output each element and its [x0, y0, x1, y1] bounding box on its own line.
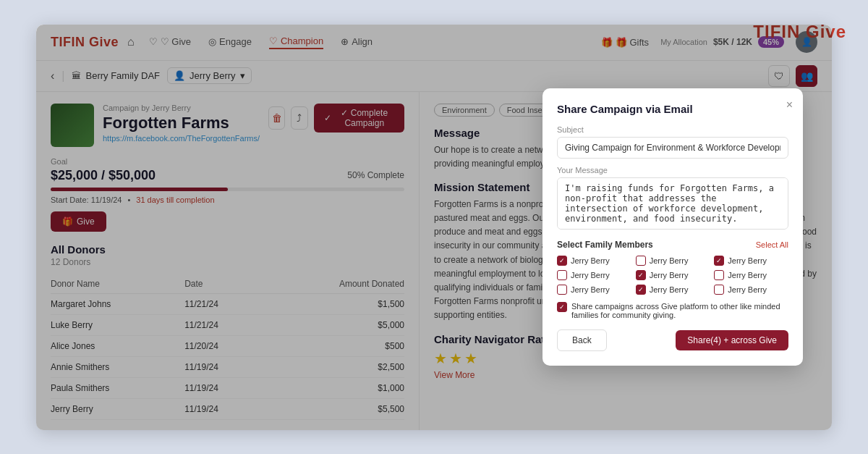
modal-footer: Back Share(4) + across Give [557, 329, 788, 351]
app-container: TIFIN Give ⌂ ♡ ♡ Give ◎ Engage ♡ Champio… [36, 25, 832, 430]
message-textarea[interactable] [557, 177, 788, 230]
member-name: Jerry Berry [650, 256, 689, 265]
member-name: Jerry Berry [571, 256, 610, 265]
member-item: Jerry Berry [557, 270, 631, 280]
member-item: Jerry Berry [557, 285, 631, 295]
member-item: Jerry Berry [636, 256, 710, 266]
member-item: ✓Jerry Berry [557, 256, 631, 266]
member-checkbox[interactable] [557, 285, 567, 295]
subject-label: Subject [557, 125, 788, 134]
member-checkbox[interactable]: ✓ [636, 270, 646, 280]
member-checkbox[interactable] [557, 270, 567, 280]
member-checkbox[interactable] [714, 285, 724, 295]
platform-checkbox[interactable]: ✓ [557, 302, 567, 312]
member-checkbox[interactable]: ✓ [636, 285, 646, 295]
member-checkbox[interactable] [714, 270, 724, 280]
modal-title: Share Campaign via Email [557, 103, 788, 115]
modal-close-button[interactable]: × [786, 98, 793, 112]
members-grid: ✓Jerry BerryJerry Berry✓Jerry BerryJerry… [557, 256, 788, 295]
member-name: Jerry Berry [650, 285, 689, 294]
member-name: Jerry Berry [728, 271, 767, 279]
platform-share-label: Share campaigns across Give platform to … [571, 302, 788, 319]
member-item: ✓Jerry Berry [636, 270, 710, 280]
select-all-link[interactable]: Select All [756, 240, 788, 249]
member-name: Jerry Berry [571, 271, 610, 279]
family-header: Select Family Members Select All [557, 240, 788, 250]
member-name: Jerry Berry [650, 271, 689, 279]
modal-back-button[interactable]: Back [557, 329, 607, 351]
message-label: Your Message [557, 166, 788, 175]
member-checkbox[interactable]: ✓ [714, 256, 724, 266]
member-item: Jerry Berry [714, 270, 788, 280]
member-item: ✓Jerry Berry [636, 285, 710, 295]
member-name: Jerry Berry [728, 285, 767, 294]
modal-overlay: Share Campaign via Email × Subject Your … [36, 25, 832, 430]
member-item: ✓Jerry Berry [714, 256, 788, 266]
member-name: Jerry Berry [728, 256, 767, 265]
member-item: Jerry Berry [714, 285, 788, 295]
member-checkbox[interactable]: ✓ [557, 256, 567, 266]
platform-share-row: ✓ Share campaigns across Give platform t… [557, 302, 788, 319]
family-label: Select Family Members [557, 240, 653, 250]
subject-input[interactable] [557, 137, 788, 159]
modal-share-button[interactable]: Share(4) + across Give [676, 330, 788, 350]
member-name: Jerry Berry [571, 285, 610, 294]
member-checkbox[interactable] [636, 256, 646, 266]
share-modal: Share Campaign via Email × Subject Your … [542, 88, 803, 366]
